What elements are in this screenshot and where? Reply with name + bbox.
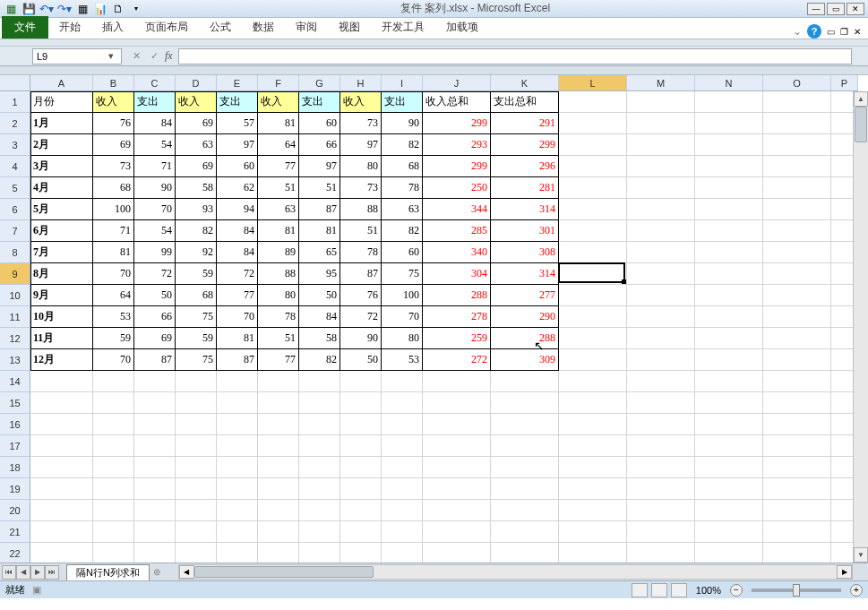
empty-cell[interactable] — [763, 156, 831, 177]
empty-cell[interactable] — [695, 220, 763, 242]
empty-cell[interactable] — [763, 91, 831, 113]
col-header-K[interactable]: K — [491, 75, 559, 91]
page-layout-view-button[interactable] — [651, 583, 667, 597]
empty-cell[interactable] — [763, 220, 831, 242]
value-cell[interactable]: 76 — [340, 285, 382, 306]
empty-cell[interactable] — [176, 500, 217, 521]
zoom-thumb[interactable] — [793, 584, 800, 597]
total-income-cell[interactable]: 259 — [423, 328, 491, 349]
empty-cell[interactable] — [695, 435, 763, 457]
row-header-8[interactable]: 8 — [0, 242, 30, 263]
empty-cell[interactable] — [763, 521, 831, 543]
value-cell[interactable]: 88 — [340, 199, 382, 220]
scroll-up-icon[interactable]: ▲ — [854, 91, 868, 107]
tab-prev-icon[interactable]: ◀ — [16, 565, 30, 580]
empty-cell[interactable] — [559, 220, 627, 242]
row-header-20[interactable]: 20 — [0, 500, 30, 521]
value-cell[interactable]: 100 — [93, 199, 134, 220]
close-button[interactable]: ✕ — [847, 3, 864, 15]
total-expense-cell[interactable]: 296 — [491, 156, 559, 177]
value-cell[interactable]: 64 — [93, 285, 134, 306]
empty-cell[interactable] — [627, 328, 695, 349]
empty-cell[interactable] — [627, 435, 695, 457]
col-header-P[interactable]: P — [831, 75, 858, 91]
total-expense-cell[interactable]: 314 — [491, 263, 559, 285]
empty-cell[interactable] — [134, 371, 176, 392]
empty-cell[interactable] — [559, 371, 627, 392]
minimize-button[interactable]: — — [807, 3, 825, 15]
row-header-2[interactable]: 2 — [0, 113, 30, 134]
empty-cell[interactable] — [423, 414, 491, 435]
empty-cell[interactable] — [382, 414, 423, 435]
empty-cell[interactable] — [763, 478, 831, 500]
empty-cell[interactable] — [695, 521, 763, 543]
month-cell[interactable]: 1月 — [30, 113, 93, 134]
help-icon[interactable]: ? — [807, 24, 821, 39]
value-cell[interactable]: 73 — [93, 156, 134, 177]
tab-first-icon[interactable]: ⏮ — [2, 565, 16, 580]
empty-cell[interactable] — [176, 543, 217, 563]
total-income-cell[interactable]: 250 — [423, 177, 491, 199]
total-expense-cell[interactable]: 288 — [491, 328, 559, 349]
empty-cell[interactable] — [695, 328, 763, 349]
value-cell[interactable]: 68 — [382, 156, 423, 177]
row-header-11[interactable]: 11 — [0, 306, 30, 328]
empty-cell[interactable] — [763, 306, 831, 328]
value-cell[interactable]: 57 — [217, 113, 258, 134]
total-income-cell[interactable]: 304 — [423, 263, 491, 285]
total-expense-cell[interactable]: 291 — [491, 113, 559, 134]
empty-cell[interactable] — [423, 543, 491, 563]
undo-icon[interactable]: ↶▾ — [39, 2, 54, 16]
empty-cell[interactable] — [695, 457, 763, 478]
value-cell[interactable]: 94 — [217, 199, 258, 220]
normal-view-button[interactable] — [632, 583, 648, 597]
empty-cell[interactable] — [491, 371, 559, 392]
value-cell[interactable]: 73 — [340, 177, 382, 199]
value-cell[interactable]: 75 — [176, 306, 217, 328]
value-cell[interactable]: 50 — [299, 285, 340, 306]
empty-cell[interactable] — [763, 500, 831, 521]
scroll-left-icon[interactable]: ◀ — [179, 565, 194, 579]
col-header-D[interactable]: D — [176, 75, 217, 91]
empty-cell[interactable] — [258, 521, 299, 543]
value-cell[interactable]: 60 — [299, 113, 340, 134]
col-header-L[interactable]: L — [559, 75, 627, 91]
row-header-6[interactable]: 6 — [0, 199, 30, 220]
value-cell[interactable]: 60 — [382, 242, 423, 263]
row-header-22[interactable]: 22 — [0, 543, 30, 563]
scroll-right-icon[interactable]: ▶ — [837, 565, 852, 579]
empty-cell[interactable] — [559, 500, 627, 521]
value-cell[interactable]: 97 — [340, 134, 382, 156]
empty-cell[interactable] — [491, 435, 559, 457]
month-cell[interactable]: 11月 — [30, 328, 93, 349]
empty-cell[interactable] — [382, 392, 423, 414]
empty-cell[interactable] — [695, 263, 763, 285]
month-cell[interactable]: 3月 — [30, 156, 93, 177]
value-cell[interactable]: 97 — [299, 156, 340, 177]
value-cell[interactable]: 58 — [299, 328, 340, 349]
empty-cell[interactable] — [340, 435, 382, 457]
value-cell[interactable]: 51 — [258, 177, 299, 199]
empty-cell[interactable] — [763, 457, 831, 478]
empty-cell[interactable] — [176, 457, 217, 478]
header-cell[interactable]: 收入 — [176, 91, 217, 113]
total-expense-cell[interactable]: 290 — [491, 306, 559, 328]
empty-cell[interactable] — [176, 478, 217, 500]
zoom-out-button[interactable]: − — [730, 584, 743, 597]
empty-cell[interactable] — [559, 543, 627, 563]
empty-cell[interactable] — [217, 392, 258, 414]
empty-cell[interactable] — [695, 478, 763, 500]
empty-cell[interactable] — [93, 414, 134, 435]
empty-cell[interactable] — [559, 435, 627, 457]
fx-icon[interactable]: fx — [165, 49, 173, 63]
empty-cell[interactable] — [30, 435, 93, 457]
vscroll-thumb[interactable] — [855, 107, 867, 142]
empty-cell[interactable] — [217, 371, 258, 392]
empty-cell[interactable] — [695, 199, 763, 220]
value-cell[interactable]: 77 — [258, 156, 299, 177]
cancel-formula-icon[interactable]: ✕ — [129, 50, 143, 62]
col-header-B[interactable]: B — [93, 75, 134, 91]
empty-cell[interactable] — [627, 306, 695, 328]
row-header-9[interactable]: 9 — [0, 263, 30, 285]
header-cell[interactable]: 月份 — [30, 91, 93, 113]
